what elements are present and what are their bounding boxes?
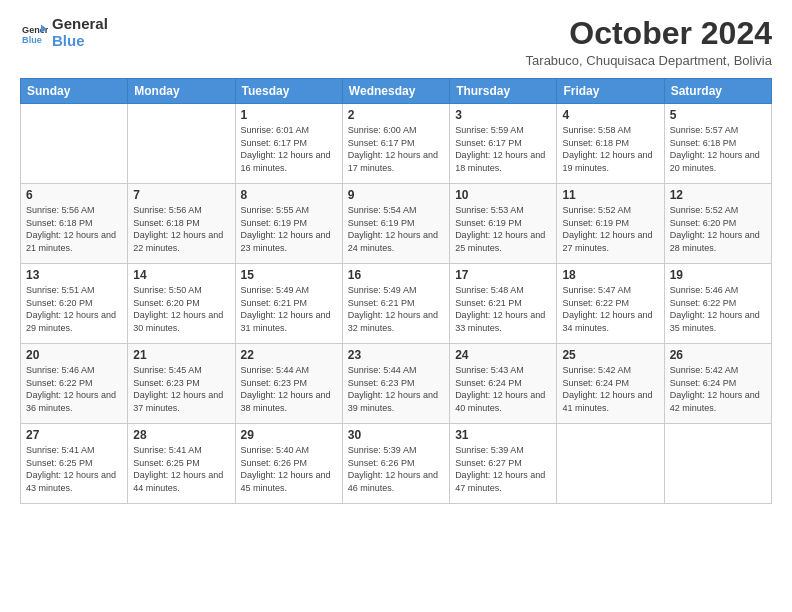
month-title: October 2024 <box>526 16 772 51</box>
calendar-cell: 20Sunrise: 5:46 AMSunset: 6:22 PMDayligh… <box>21 344 128 424</box>
day-info: Sunrise: 5:42 AMSunset: 6:24 PMDaylight:… <box>562 364 658 414</box>
calendar-cell: 22Sunrise: 5:44 AMSunset: 6:23 PMDayligh… <box>235 344 342 424</box>
calendar-cell: 4Sunrise: 5:58 AMSunset: 6:18 PMDaylight… <box>557 104 664 184</box>
weekday-header-tuesday: Tuesday <box>235 79 342 104</box>
calendar-cell <box>128 104 235 184</box>
day-info: Sunrise: 5:52 AMSunset: 6:20 PMDaylight:… <box>670 204 766 254</box>
calendar-cell: 24Sunrise: 5:43 AMSunset: 6:24 PMDayligh… <box>450 344 557 424</box>
calendar-cell: 26Sunrise: 5:42 AMSunset: 6:24 PMDayligh… <box>664 344 771 424</box>
day-number: 1 <box>241 108 337 122</box>
day-info: Sunrise: 5:51 AMSunset: 6:20 PMDaylight:… <box>26 284 122 334</box>
day-info: Sunrise: 5:56 AMSunset: 6:18 PMDaylight:… <box>133 204 229 254</box>
day-info: Sunrise: 5:49 AMSunset: 6:21 PMDaylight:… <box>348 284 444 334</box>
logo-general: General <box>52 15 108 32</box>
calendar-cell: 13Sunrise: 5:51 AMSunset: 6:20 PMDayligh… <box>21 264 128 344</box>
day-info: Sunrise: 5:54 AMSunset: 6:19 PMDaylight:… <box>348 204 444 254</box>
day-info: Sunrise: 5:39 AMSunset: 6:27 PMDaylight:… <box>455 444 551 494</box>
logo: General Blue General Blue <box>20 16 108 49</box>
day-number: 29 <box>241 428 337 442</box>
header: General Blue General Blue October 2024 T… <box>20 16 772 68</box>
day-info: Sunrise: 5:46 AMSunset: 6:22 PMDaylight:… <box>670 284 766 334</box>
day-number: 21 <box>133 348 229 362</box>
weekday-header-saturday: Saturday <box>664 79 771 104</box>
calendar-cell: 17Sunrise: 5:48 AMSunset: 6:21 PMDayligh… <box>450 264 557 344</box>
day-number: 31 <box>455 428 551 442</box>
calendar-cell: 16Sunrise: 5:49 AMSunset: 6:21 PMDayligh… <box>342 264 449 344</box>
calendar-cell: 18Sunrise: 5:47 AMSunset: 6:22 PMDayligh… <box>557 264 664 344</box>
calendar-cell: 23Sunrise: 5:44 AMSunset: 6:23 PMDayligh… <box>342 344 449 424</box>
calendar-week-1: 1Sunrise: 6:01 AMSunset: 6:17 PMDaylight… <box>21 104 772 184</box>
day-number: 4 <box>562 108 658 122</box>
calendar-cell: 10Sunrise: 5:53 AMSunset: 6:19 PMDayligh… <box>450 184 557 264</box>
calendar-cell: 11Sunrise: 5:52 AMSunset: 6:19 PMDayligh… <box>557 184 664 264</box>
calendar-cell: 15Sunrise: 5:49 AMSunset: 6:21 PMDayligh… <box>235 264 342 344</box>
day-info: Sunrise: 5:40 AMSunset: 6:26 PMDaylight:… <box>241 444 337 494</box>
calendar-cell: 27Sunrise: 5:41 AMSunset: 6:25 PMDayligh… <box>21 424 128 504</box>
day-number: 10 <box>455 188 551 202</box>
weekday-header-monday: Monday <box>128 79 235 104</box>
day-info: Sunrise: 5:45 AMSunset: 6:23 PMDaylight:… <box>133 364 229 414</box>
calendar-cell: 30Sunrise: 5:39 AMSunset: 6:26 PMDayligh… <box>342 424 449 504</box>
day-info: Sunrise: 5:41 AMSunset: 6:25 PMDaylight:… <box>26 444 122 494</box>
day-info: Sunrise: 5:58 AMSunset: 6:18 PMDaylight:… <box>562 124 658 174</box>
calendar-cell: 21Sunrise: 5:45 AMSunset: 6:23 PMDayligh… <box>128 344 235 424</box>
day-number: 18 <box>562 268 658 282</box>
calendar-cell: 3Sunrise: 5:59 AMSunset: 6:17 PMDaylight… <box>450 104 557 184</box>
day-number: 26 <box>670 348 766 362</box>
day-number: 12 <box>670 188 766 202</box>
calendar-cell <box>21 104 128 184</box>
page: General Blue General Blue October 2024 T… <box>0 0 792 514</box>
day-number: 30 <box>348 428 444 442</box>
location-subtitle: Tarabuco, Chuquisaca Department, Bolivia <box>526 53 772 68</box>
calendar-cell: 7Sunrise: 5:56 AMSunset: 6:18 PMDaylight… <box>128 184 235 264</box>
day-number: 24 <box>455 348 551 362</box>
calendar-cell: 5Sunrise: 5:57 AMSunset: 6:18 PMDaylight… <box>664 104 771 184</box>
day-number: 5 <box>670 108 766 122</box>
day-info: Sunrise: 5:49 AMSunset: 6:21 PMDaylight:… <box>241 284 337 334</box>
day-info: Sunrise: 5:53 AMSunset: 6:19 PMDaylight:… <box>455 204 551 254</box>
day-number: 28 <box>133 428 229 442</box>
calendar-cell: 9Sunrise: 5:54 AMSunset: 6:19 PMDaylight… <box>342 184 449 264</box>
calendar-week-2: 6Sunrise: 5:56 AMSunset: 6:18 PMDaylight… <box>21 184 772 264</box>
calendar-cell <box>557 424 664 504</box>
day-info: Sunrise: 5:50 AMSunset: 6:20 PMDaylight:… <box>133 284 229 334</box>
logo-icon: General Blue <box>20 19 48 47</box>
day-number: 16 <box>348 268 444 282</box>
day-number: 9 <box>348 188 444 202</box>
calendar-table: SundayMondayTuesdayWednesdayThursdayFrid… <box>20 78 772 504</box>
day-info: Sunrise: 5:43 AMSunset: 6:24 PMDaylight:… <box>455 364 551 414</box>
calendar-cell: 19Sunrise: 5:46 AMSunset: 6:22 PMDayligh… <box>664 264 771 344</box>
svg-text:Blue: Blue <box>22 34 42 44</box>
day-number: 13 <box>26 268 122 282</box>
logo-line1: General <box>52 16 108 33</box>
day-info: Sunrise: 5:41 AMSunset: 6:25 PMDaylight:… <box>133 444 229 494</box>
day-number: 11 <box>562 188 658 202</box>
day-info: Sunrise: 5:48 AMSunset: 6:21 PMDaylight:… <box>455 284 551 334</box>
calendar-week-3: 13Sunrise: 5:51 AMSunset: 6:20 PMDayligh… <box>21 264 772 344</box>
weekday-header-sunday: Sunday <box>21 79 128 104</box>
day-number: 25 <box>562 348 658 362</box>
day-number: 27 <box>26 428 122 442</box>
calendar-body: 1Sunrise: 6:01 AMSunset: 6:17 PMDaylight… <box>21 104 772 504</box>
title-block: October 2024 Tarabuco, Chuquisaca Depart… <box>526 16 772 68</box>
weekday-header-friday: Friday <box>557 79 664 104</box>
logo-text-block: General Blue <box>52 16 108 49</box>
day-info: Sunrise: 5:47 AMSunset: 6:22 PMDaylight:… <box>562 284 658 334</box>
weekday-header-wednesday: Wednesday <box>342 79 449 104</box>
day-number: 6 <box>26 188 122 202</box>
weekday-row: SundayMondayTuesdayWednesdayThursdayFrid… <box>21 79 772 104</box>
calendar-cell: 31Sunrise: 5:39 AMSunset: 6:27 PMDayligh… <box>450 424 557 504</box>
logo-blue: Blue <box>52 32 85 49</box>
logo-line2: Blue <box>52 33 108 50</box>
day-info: Sunrise: 5:42 AMSunset: 6:24 PMDaylight:… <box>670 364 766 414</box>
calendar-cell <box>664 424 771 504</box>
calendar-cell: 28Sunrise: 5:41 AMSunset: 6:25 PMDayligh… <box>128 424 235 504</box>
calendar-header: SundayMondayTuesdayWednesdayThursdayFrid… <box>21 79 772 104</box>
day-number: 14 <box>133 268 229 282</box>
day-info: Sunrise: 5:46 AMSunset: 6:22 PMDaylight:… <box>26 364 122 414</box>
day-info: Sunrise: 5:57 AMSunset: 6:18 PMDaylight:… <box>670 124 766 174</box>
day-info: Sunrise: 5:44 AMSunset: 6:23 PMDaylight:… <box>241 364 337 414</box>
day-number: 17 <box>455 268 551 282</box>
calendar-cell: 8Sunrise: 5:55 AMSunset: 6:19 PMDaylight… <box>235 184 342 264</box>
calendar-cell: 6Sunrise: 5:56 AMSunset: 6:18 PMDaylight… <box>21 184 128 264</box>
